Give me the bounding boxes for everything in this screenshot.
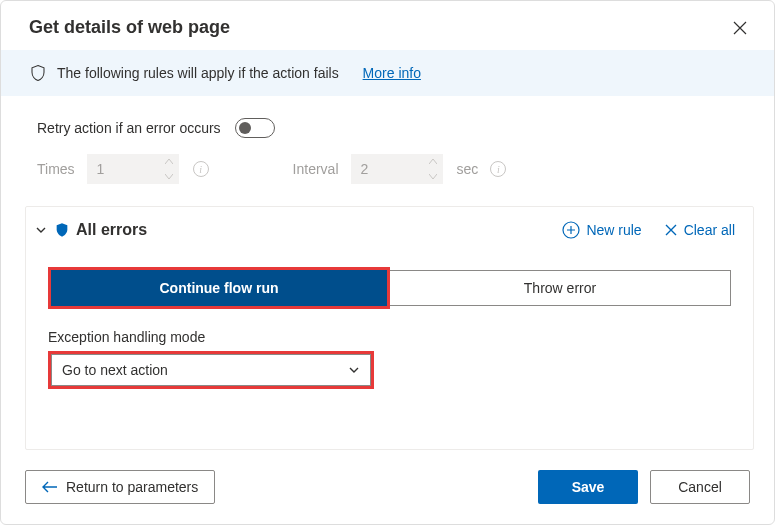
- plus-circle-icon: [562, 221, 580, 239]
- chevron-down-icon[interactable]: [159, 169, 179, 184]
- dialog-title: Get details of web page: [29, 17, 230, 38]
- times-value: 1: [97, 161, 105, 177]
- return-label: Return to parameters: [66, 479, 198, 495]
- info-icon[interactable]: i: [490, 161, 506, 177]
- chevron-up-icon[interactable]: [159, 154, 179, 169]
- times-input[interactable]: 1: [87, 154, 179, 184]
- dialog-header: Get details of web page: [1, 1, 774, 50]
- toggle-knob: [239, 122, 251, 134]
- interval-label: Interval: [293, 161, 339, 177]
- times-label: Times: [37, 161, 75, 177]
- banner-text: The following rules will apply if the ac…: [57, 65, 339, 81]
- dialog: Get details of web page The following ru…: [0, 0, 775, 525]
- errors-header: All errors New rule Clear all: [26, 207, 753, 253]
- arrow-left-icon: [42, 481, 58, 493]
- errors-section: All errors New rule Clear all Continue f…: [25, 206, 754, 450]
- errors-title: All errors: [76, 221, 147, 239]
- chevron-down-icon[interactable]: [34, 223, 48, 237]
- interval-stepper[interactable]: [423, 154, 443, 184]
- mode-label: Exception handling mode: [48, 329, 731, 345]
- interval-value: 2: [361, 161, 369, 177]
- retry-params: Times 1 i Interval 2 sec i: [1, 152, 774, 202]
- chevron-down-icon[interactable]: [423, 169, 443, 184]
- retry-toggle[interactable]: [235, 118, 275, 138]
- retry-label: Retry action if an error occurs: [37, 120, 221, 136]
- info-banner: The following rules will apply if the ac…: [1, 50, 774, 96]
- dialog-footer: Return to parameters Save Cancel: [1, 450, 774, 524]
- more-info-link[interactable]: More info: [363, 65, 421, 81]
- info-icon[interactable]: i: [193, 161, 209, 177]
- segment-throw[interactable]: Throw error: [390, 271, 730, 305]
- shield-icon: [54, 222, 70, 238]
- shield-icon: [29, 64, 47, 82]
- close-icon: [733, 21, 747, 35]
- return-button[interactable]: Return to parameters: [25, 470, 215, 504]
- close-button[interactable]: [730, 18, 750, 38]
- close-icon: [664, 223, 678, 237]
- clear-all-label: Clear all: [684, 222, 735, 238]
- new-rule-label: New rule: [586, 222, 641, 238]
- times-stepper[interactable]: [159, 154, 179, 184]
- mode-value: Go to next action: [62, 362, 168, 378]
- save-button[interactable]: Save: [538, 470, 638, 504]
- clear-all-button[interactable]: Clear all: [664, 222, 735, 238]
- segment-continue[interactable]: Continue flow run: [51, 270, 387, 306]
- retry-row: Retry action if an error occurs: [1, 96, 774, 152]
- chevron-down-icon: [348, 364, 360, 376]
- mode-dropdown[interactable]: Go to next action: [51, 354, 371, 386]
- chevron-up-icon[interactable]: [423, 154, 443, 169]
- cancel-button[interactable]: Cancel: [650, 470, 750, 504]
- new-rule-button[interactable]: New rule: [562, 221, 641, 239]
- segmented-control-wrapper: Continue flow run Throw error: [48, 267, 731, 309]
- interval-unit: sec: [457, 161, 479, 177]
- interval-input[interactable]: 2: [351, 154, 443, 184]
